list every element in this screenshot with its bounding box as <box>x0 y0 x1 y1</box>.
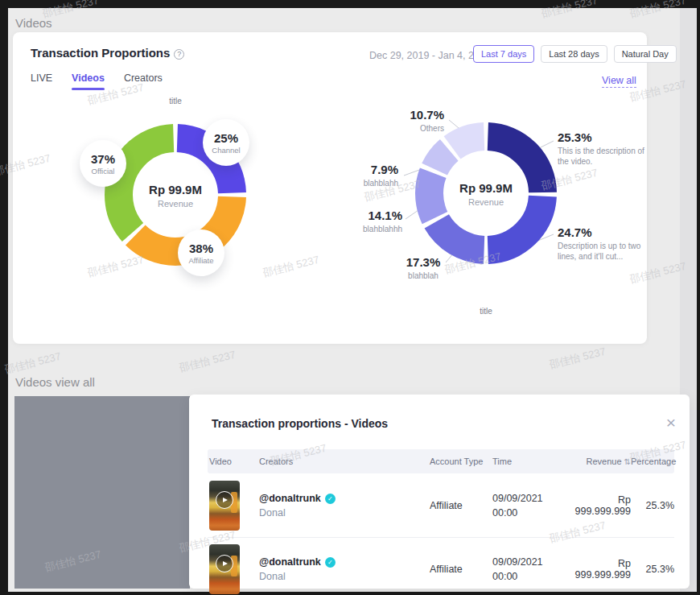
revenue-cell: Rp 999.999.999 <box>570 558 631 581</box>
column-header-creators: Creators <box>259 457 430 466</box>
creator-name[interactable]: Donal <box>259 507 430 519</box>
section-heading-videos: Videos <box>15 16 52 30</box>
close-icon[interactable]: × <box>661 413 681 432</box>
column-header-time: Time <box>492 457 570 466</box>
right-chart-title: title <box>468 307 504 316</box>
revenue-label: Revenue <box>127 199 224 209</box>
last-28-days-button[interactable]: Last 28 days <box>541 45 607 63</box>
date-range-buttons: Last 7 days Last 28 days Natural Day <box>473 45 677 63</box>
tab-live[interactable]: LIVE <box>31 72 52 90</box>
tab-videos[interactable]: Videos <box>72 72 105 90</box>
label-bubble-channel: 25% Channel <box>203 119 249 166</box>
right-donut-center: Rp 99.9M Revenue <box>438 181 534 207</box>
play-icon[interactable] <box>216 491 233 509</box>
revenue-value: Rp 99.9M <box>127 183 224 196</box>
revenue-value: Rp 99.9M <box>438 181 534 195</box>
callout-others: 10.7% Others <box>364 108 444 134</box>
section-heading-videos-view-all: Videos view all <box>15 375 95 389</box>
dimmed-page-placeholder <box>14 396 190 589</box>
view-all-link[interactable]: View all <box>602 75 636 88</box>
creator-handle[interactable]: @donaltrunk <box>259 556 321 568</box>
table-body: @donaltrunk ✓ Donal Affiliate 09/09/2021… <box>208 474 674 595</box>
screenshot-frame: 邵佳怡 5237邵佳怡 5237邵佳怡 5237邵佳怡 5237邵佳怡 5237… <box>0 0 700 595</box>
video-thumbnail[interactable] <box>209 481 240 531</box>
account-type-cell: Affiliate <box>430 564 492 575</box>
tab-creators[interactable]: Creators <box>124 72 163 90</box>
table-row[interactable]: @donaltrunk ✓ Donal Affiliate 09/09/2021… <box>208 538 674 595</box>
column-header-revenue[interactable]: Revenue⇅ <box>570 457 631 466</box>
verified-badge-icon: ✓ <box>325 557 336 568</box>
label-bubble-affiliate: 38% Affiliate <box>178 229 224 276</box>
label-bubble-official: 37% Official <box>80 140 126 187</box>
creator-name[interactable]: Donal <box>259 571 430 582</box>
chart-tabs: LIVE Videos Creators <box>31 72 163 90</box>
callout-description-2: 24.7% Description is up to two lines, an… <box>558 225 649 262</box>
callout-description-1: 25.3% This is the description of the vid… <box>558 130 648 167</box>
video-thumbnail[interactable] <box>209 544 240 594</box>
creator-handle[interactable]: @donaltrunk <box>259 493 321 504</box>
callout-blahblah: 17.3% blahblah <box>383 255 463 281</box>
column-header-account-type: Account Type <box>430 457 492 466</box>
card-title: Transaction Proportions? <box>31 46 184 60</box>
revenue-label: Revenue <box>438 197 534 207</box>
time-cell: 09/09/2021 00:00 <box>492 555 570 584</box>
last-7-days-button[interactable]: Last 7 days <box>473 45 534 63</box>
help-icon[interactable]: ? <box>174 49 184 60</box>
column-header-video: Video <box>208 457 259 466</box>
column-header-percentage: Percentage <box>631 457 674 466</box>
callout-blahblahhh: 14.1% blahblahhh <box>323 209 402 234</box>
percentage-cell: 25.3% <box>631 500 674 511</box>
play-icon[interactable] <box>216 555 233 572</box>
percentage-cell: 25.3% <box>631 564 674 575</box>
table-row[interactable]: @donaltrunk ✓ Donal Affiliate 09/09/2021… <box>208 474 674 538</box>
time-cell: 09/09/2021 00:00 <box>492 491 570 520</box>
natural-day-button[interactable]: Natural Day <box>614 45 677 63</box>
revenue-cell: Rp 999.999.999 <box>570 494 631 517</box>
left-donut-center: Rp 99.9M Revenue <box>127 183 224 209</box>
verified-badge-icon: ✓ <box>325 494 336 504</box>
sort-icon[interactable]: ⇅ <box>624 457 631 466</box>
modal-title: Transaction proportions - Videos <box>212 417 388 430</box>
account-type-cell: Affiliate <box>430 500 492 511</box>
callout-blahblahh: 7.9% blahblahh <box>319 163 398 188</box>
left-chart-title: title <box>158 97 193 105</box>
table-header: Video Creators Account Type Time Revenue… <box>208 449 674 473</box>
